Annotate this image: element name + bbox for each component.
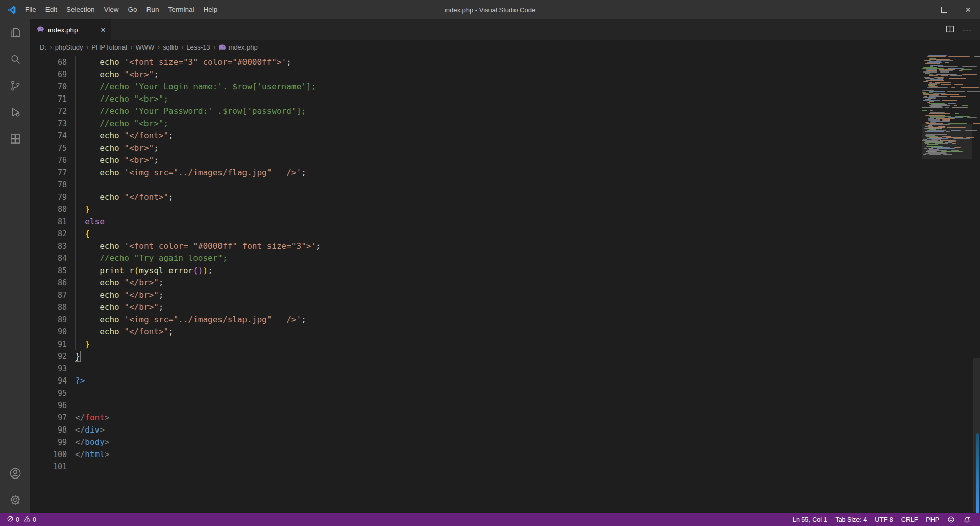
menu-view[interactable]: View [100,0,124,19]
split-editor-icon[interactable] [946,25,954,35]
line-number: 77 [30,166,67,179]
code-line-84[interactable]: 84 //echo "Try again looser"; [30,252,914,265]
line-number: 100 [30,448,67,461]
line-number: 69 [30,68,67,81]
minimap-slider[interactable] [922,124,972,159]
run-and-debug-icon[interactable] [0,99,30,126]
code-line-74[interactable]: 74 echo "</font>"; [30,130,914,142]
explorer-icon[interactable] [0,19,30,46]
code-line-91[interactable]: 91 } [30,338,914,350]
menu-selection[interactable]: Selection [62,0,100,19]
code-line-86[interactable]: 86 echo "</br>"; [30,277,914,289]
breadcrumb-item-www[interactable]: WWW [136,43,155,51]
settings-gear-icon[interactable] [0,487,30,513]
tab-size-indicator[interactable]: Tab Size: 4 [831,513,871,526]
line-number: 88 [30,301,67,314]
php-elephant-icon [37,25,44,33]
breadcrumb-item-phpstudy[interactable]: phpStudy [55,43,83,51]
menu-edit[interactable]: Edit [41,0,62,19]
code-line-88[interactable]: 88 echo "</br>"; [30,301,914,314]
tab-index-php[interactable]: index.php × [30,19,111,40]
code-editor[interactable]: 68 echo '<font size="3" color="#0000ff">… [30,54,980,513]
code-line-98[interactable]: 98</div> [30,424,914,436]
menu-go[interactable]: Go [124,0,142,19]
menu-terminal[interactable]: Terminal [163,0,199,19]
code-text: </font> [67,412,109,424]
breadcrumb-item-phptutorial[interactable]: PHPTutorial [91,43,127,51]
code-line-76[interactable]: 76 echo "<br>"; [30,154,914,166]
line-number: 85 [30,265,67,277]
breadcrumb-item-index-php[interactable]: index.php [218,43,257,51]
tab-close-icon[interactable]: × [101,26,106,34]
line-number: 74 [30,130,67,142]
status-bar-right: Ln 55, Col 1Tab Size: 4UTF-8CRLFPHP [789,513,980,526]
code-line-77[interactable]: 77 echo '<img src="../images/flag.jpg" /… [30,166,914,179]
code-line-80[interactable]: 80 } [30,203,914,216]
feedback-smiley-icon[interactable] [943,513,959,526]
code-line-100[interactable]: 100</html> [30,448,914,461]
line-number: 93 [30,363,67,375]
close-button[interactable]: × [956,0,980,19]
code-lines: 68 echo '<font size="3" color="#0000ff">… [30,56,914,473]
minimize-button[interactable]: ─ [908,0,932,19]
code-line-73[interactable]: 73 //echo "<br>"; [30,117,914,130]
code-line-69[interactable]: 69 echo "<br>"; [30,68,914,81]
eol-indicator[interactable]: CRLF [897,513,922,526]
code-line-72[interactable]: 72 //echo 'Your Password:' .$row['passwo… [30,105,914,117]
code-line-70[interactable]: 70 //echo 'Your Login name:'. $row['user… [30,81,914,93]
code-line-96[interactable]: 96 [30,399,914,412]
scrollbar-decoration [976,433,979,513]
code-line-75[interactable]: 75 echo "<br>"; [30,142,914,154]
code-line-85[interactable]: 85 print_r(mysql_error()); [30,265,914,277]
line-number: 84 [30,252,67,265]
code-line-71[interactable]: 71 //echo "<br>"; [30,93,914,105]
code-line-90[interactable]: 90 echo "</font>"; [30,326,914,338]
code-text: //echo "<br>"; [67,117,168,130]
code-line-68[interactable]: 68 echo '<font size="3" color="#0000ff">… [30,56,914,68]
breadcrumb-item-less-13[interactable]: Less-13 [186,43,210,51]
extensions-icon[interactable] [0,126,30,152]
code-line-97[interactable]: 97</font> [30,412,914,424]
code-line-92[interactable]: 92} [30,350,914,363]
code-line-94[interactable]: 94?> [30,375,914,387]
problems-indicator[interactable]: 0 0 [5,515,38,524]
menu-file[interactable]: File [20,0,41,19]
code-line-89[interactable]: 89 echo '<img src="../images/slap.jpg" /… [30,314,914,326]
title-bar: FileEditSelectionViewGoRunTerminalHelp i… [0,0,980,19]
line-number: 76 [30,154,67,166]
code-line-78[interactable]: 78 [30,179,914,191]
code-text: </html> [67,448,109,461]
encoding-indicator[interactable]: UTF-8 [871,513,897,526]
code-text: echo '<font size="3" color="#0000ff">'; [67,56,291,68]
code-line-95[interactable]: 95 [30,387,914,399]
line-number: 81 [30,216,67,228]
code-line-93[interactable]: 93 [30,363,914,375]
cursor-position-indicator[interactable]: Ln 55, Col 1 [789,513,831,526]
tab-label: index.php [48,26,78,34]
code-line-99[interactable]: 99</body> [30,436,914,448]
source-control-icon[interactable] [0,73,30,99]
code-text: echo "</br>"; [67,277,163,289]
code-line-101[interactable]: 101 [30,461,914,473]
code-line-79[interactable]: 79 echo "</font>"; [30,191,914,203]
code-line-81[interactable]: 81 else [30,216,914,228]
code-line-83[interactable]: 83 echo '<font color= "#0000ff" font siz… [30,240,914,252]
line-number: 71 [30,93,67,105]
tab-bar: index.php × ··· [30,19,980,40]
breadcrumb-item-sqllib[interactable]: sqllib [163,43,178,51]
breadcrumb-item-d-[interactable]: D: [40,43,46,51]
breadcrumb-separator-icon: › [83,43,92,51]
menu-run[interactable]: Run [142,0,164,19]
more-actions-icon[interactable]: ··· [963,26,972,34]
code-line-82[interactable]: 82 { [30,228,914,240]
search-icon[interactable] [0,46,30,73]
maximize-button[interactable] [932,0,956,19]
account-icon[interactable] [0,460,30,487]
language-indicator[interactable]: PHP [922,513,943,526]
menu-help[interactable]: Help [199,0,222,19]
notifications-bell-icon[interactable] [959,513,975,526]
line-number: 98 [30,424,67,436]
line-number: 80 [30,203,67,216]
code-line-87[interactable]: 87 echo "</br>"; [30,289,914,301]
code-text: echo '<img src="../images/flag.jpg" />'; [67,166,306,179]
